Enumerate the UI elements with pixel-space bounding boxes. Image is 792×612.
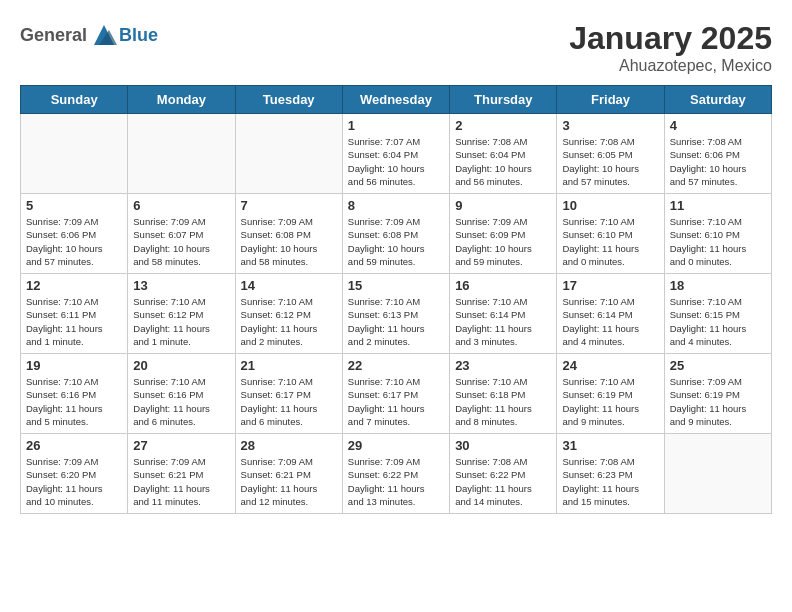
weekday-header-saturday: Saturday: [664, 86, 771, 114]
day-info: Sunrise: 7:10 AM Sunset: 6:16 PM Dayligh…: [26, 375, 122, 428]
calendar-cell: 31Sunrise: 7:08 AM Sunset: 6:23 PM Dayli…: [557, 434, 664, 514]
day-info: Sunrise: 7:08 AM Sunset: 6:23 PM Dayligh…: [562, 455, 658, 508]
weekday-header-friday: Friday: [557, 86, 664, 114]
day-number: 9: [455, 198, 551, 213]
calendar-cell: 18Sunrise: 7:10 AM Sunset: 6:15 PM Dayli…: [664, 274, 771, 354]
title-block: January 2025 Ahuazotepec, Mexico: [569, 20, 772, 75]
calendar-cell: 1Sunrise: 7:07 AM Sunset: 6:04 PM Daylig…: [342, 114, 449, 194]
day-info: Sunrise: 7:10 AM Sunset: 6:17 PM Dayligh…: [241, 375, 337, 428]
calendar-cell: 22Sunrise: 7:10 AM Sunset: 6:17 PM Dayli…: [342, 354, 449, 434]
day-info: Sunrise: 7:10 AM Sunset: 6:13 PM Dayligh…: [348, 295, 444, 348]
day-info: Sunrise: 7:10 AM Sunset: 6:15 PM Dayligh…: [670, 295, 766, 348]
calendar-week-row: 26Sunrise: 7:09 AM Sunset: 6:20 PM Dayli…: [21, 434, 772, 514]
day-info: Sunrise: 7:10 AM Sunset: 6:12 PM Dayligh…: [133, 295, 229, 348]
calendar-cell: 29Sunrise: 7:09 AM Sunset: 6:22 PM Dayli…: [342, 434, 449, 514]
location-title: Ahuazotepec, Mexico: [569, 57, 772, 75]
calendar-cell: [128, 114, 235, 194]
day-number: 30: [455, 438, 551, 453]
calendar-cell: [664, 434, 771, 514]
calendar-cell: 17Sunrise: 7:10 AM Sunset: 6:14 PM Dayli…: [557, 274, 664, 354]
day-info: Sunrise: 7:09 AM Sunset: 6:06 PM Dayligh…: [26, 215, 122, 268]
weekday-header-monday: Monday: [128, 86, 235, 114]
day-info: Sunrise: 7:10 AM Sunset: 6:14 PM Dayligh…: [455, 295, 551, 348]
day-number: 2: [455, 118, 551, 133]
calendar-cell: 4Sunrise: 7:08 AM Sunset: 6:06 PM Daylig…: [664, 114, 771, 194]
day-info: Sunrise: 7:10 AM Sunset: 6:18 PM Dayligh…: [455, 375, 551, 428]
day-number: 15: [348, 278, 444, 293]
day-number: 3: [562, 118, 658, 133]
day-info: Sunrise: 7:09 AM Sunset: 6:22 PM Dayligh…: [348, 455, 444, 508]
day-number: 6: [133, 198, 229, 213]
day-number: 22: [348, 358, 444, 373]
calendar-cell: 8Sunrise: 7:09 AM Sunset: 6:08 PM Daylig…: [342, 194, 449, 274]
day-number: 7: [241, 198, 337, 213]
calendar-cell: 28Sunrise: 7:09 AM Sunset: 6:21 PM Dayli…: [235, 434, 342, 514]
calendar-cell: 11Sunrise: 7:10 AM Sunset: 6:10 PM Dayli…: [664, 194, 771, 274]
calendar-cell: 20Sunrise: 7:10 AM Sunset: 6:16 PM Dayli…: [128, 354, 235, 434]
day-number: 28: [241, 438, 337, 453]
calendar-cell: 6Sunrise: 7:09 AM Sunset: 6:07 PM Daylig…: [128, 194, 235, 274]
day-number: 20: [133, 358, 229, 373]
weekday-header-row: SundayMondayTuesdayWednesdayThursdayFrid…: [21, 86, 772, 114]
day-number: 18: [670, 278, 766, 293]
day-info: Sunrise: 7:09 AM Sunset: 6:19 PM Dayligh…: [670, 375, 766, 428]
calendar-cell: [21, 114, 128, 194]
day-number: 16: [455, 278, 551, 293]
logo-text-general: General: [20, 25, 87, 46]
day-info: Sunrise: 7:07 AM Sunset: 6:04 PM Dayligh…: [348, 135, 444, 188]
day-number: 31: [562, 438, 658, 453]
day-number: 23: [455, 358, 551, 373]
day-info: Sunrise: 7:09 AM Sunset: 6:08 PM Dayligh…: [241, 215, 337, 268]
day-info: Sunrise: 7:08 AM Sunset: 6:06 PM Dayligh…: [670, 135, 766, 188]
calendar-cell: 13Sunrise: 7:10 AM Sunset: 6:12 PM Dayli…: [128, 274, 235, 354]
day-number: 29: [348, 438, 444, 453]
calendar-cell: 27Sunrise: 7:09 AM Sunset: 6:21 PM Dayli…: [128, 434, 235, 514]
weekday-header-sunday: Sunday: [21, 86, 128, 114]
calendar-cell: 24Sunrise: 7:10 AM Sunset: 6:19 PM Dayli…: [557, 354, 664, 434]
day-info: Sunrise: 7:09 AM Sunset: 6:09 PM Dayligh…: [455, 215, 551, 268]
day-info: Sunrise: 7:10 AM Sunset: 6:17 PM Dayligh…: [348, 375, 444, 428]
calendar-cell: 30Sunrise: 7:08 AM Sunset: 6:22 PM Dayli…: [450, 434, 557, 514]
day-number: 10: [562, 198, 658, 213]
day-info: Sunrise: 7:10 AM Sunset: 6:12 PM Dayligh…: [241, 295, 337, 348]
calendar-cell: 7Sunrise: 7:09 AM Sunset: 6:08 PM Daylig…: [235, 194, 342, 274]
day-info: Sunrise: 7:09 AM Sunset: 6:20 PM Dayligh…: [26, 455, 122, 508]
calendar-week-row: 12Sunrise: 7:10 AM Sunset: 6:11 PM Dayli…: [21, 274, 772, 354]
calendar-table: SundayMondayTuesdayWednesdayThursdayFrid…: [20, 85, 772, 514]
day-info: Sunrise: 7:08 AM Sunset: 6:05 PM Dayligh…: [562, 135, 658, 188]
day-info: Sunrise: 7:08 AM Sunset: 6:22 PM Dayligh…: [455, 455, 551, 508]
logo-icon: [89, 20, 119, 50]
calendar-cell: [235, 114, 342, 194]
day-number: 1: [348, 118, 444, 133]
logo: General Blue: [20, 20, 158, 50]
day-number: 21: [241, 358, 337, 373]
calendar-cell: 26Sunrise: 7:09 AM Sunset: 6:20 PM Dayli…: [21, 434, 128, 514]
calendar-cell: 10Sunrise: 7:10 AM Sunset: 6:10 PM Dayli…: [557, 194, 664, 274]
calendar-cell: 2Sunrise: 7:08 AM Sunset: 6:04 PM Daylig…: [450, 114, 557, 194]
day-number: 14: [241, 278, 337, 293]
calendar-cell: 16Sunrise: 7:10 AM Sunset: 6:14 PM Dayli…: [450, 274, 557, 354]
day-info: Sunrise: 7:10 AM Sunset: 6:14 PM Dayligh…: [562, 295, 658, 348]
weekday-header-wednesday: Wednesday: [342, 86, 449, 114]
day-number: 19: [26, 358, 122, 373]
calendar-cell: 3Sunrise: 7:08 AM Sunset: 6:05 PM Daylig…: [557, 114, 664, 194]
weekday-header-thursday: Thursday: [450, 86, 557, 114]
page-header: General Blue January 2025 Ahuazotepec, M…: [20, 20, 772, 75]
calendar-week-row: 19Sunrise: 7:10 AM Sunset: 6:16 PM Dayli…: [21, 354, 772, 434]
day-number: 11: [670, 198, 766, 213]
day-number: 24: [562, 358, 658, 373]
calendar-cell: 5Sunrise: 7:09 AM Sunset: 6:06 PM Daylig…: [21, 194, 128, 274]
day-info: Sunrise: 7:10 AM Sunset: 6:11 PM Dayligh…: [26, 295, 122, 348]
weekday-header-tuesday: Tuesday: [235, 86, 342, 114]
calendar-cell: 23Sunrise: 7:10 AM Sunset: 6:18 PM Dayli…: [450, 354, 557, 434]
calendar-cell: 19Sunrise: 7:10 AM Sunset: 6:16 PM Dayli…: [21, 354, 128, 434]
day-number: 5: [26, 198, 122, 213]
calendar-cell: 14Sunrise: 7:10 AM Sunset: 6:12 PM Dayli…: [235, 274, 342, 354]
calendar-week-row: 5Sunrise: 7:09 AM Sunset: 6:06 PM Daylig…: [21, 194, 772, 274]
day-number: 4: [670, 118, 766, 133]
calendar-cell: 25Sunrise: 7:09 AM Sunset: 6:19 PM Dayli…: [664, 354, 771, 434]
day-info: Sunrise: 7:09 AM Sunset: 6:21 PM Dayligh…: [241, 455, 337, 508]
day-number: 26: [26, 438, 122, 453]
day-number: 25: [670, 358, 766, 373]
logo-text-blue: Blue: [119, 25, 158, 46]
